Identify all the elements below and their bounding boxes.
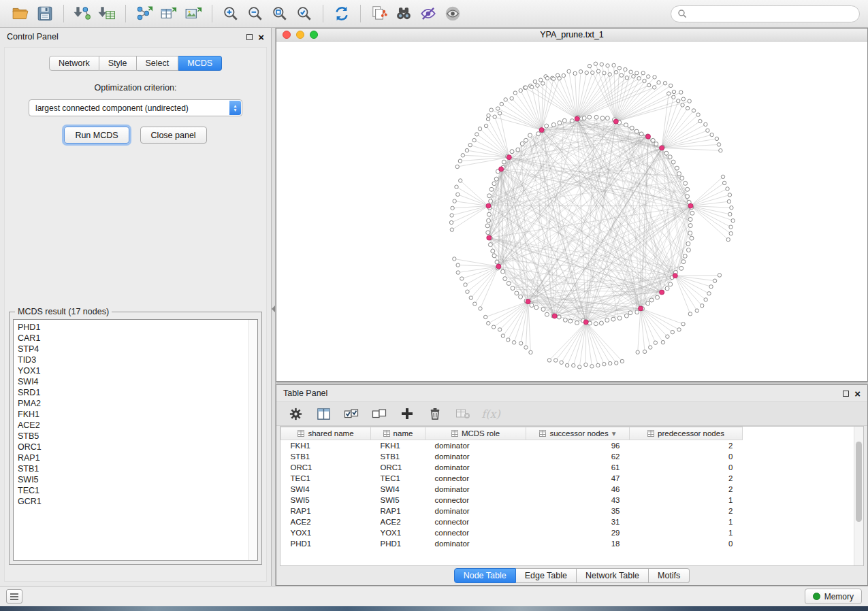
node-table: shared namenameMCDS rolesuccessor nodes▾… [280,427,743,549]
tab-mcds[interactable]: MCDS [178,56,222,71]
tab-style[interactable]: Style [99,56,137,71]
table-cell: 47 [526,473,630,484]
tab-node-table[interactable]: Node Table [454,568,516,583]
close-panel-button-2[interactable]: Close panel [140,127,207,144]
refresh-button[interactable] [329,3,354,24]
table-row[interactable]: STB1STB1dominator620 [281,451,743,462]
zoom-out-button[interactable] [243,3,268,24]
table-row[interactable]: ACE2ACE2connector311 [281,516,743,527]
search-binoculars-button[interactable] [391,3,416,24]
column-header-MCDS-role[interactable]: MCDS role [425,427,526,440]
import-network-from-file-button[interactable] [70,3,95,24]
table-cell: ACE2 [371,516,425,527]
memory-status-icon [813,593,820,600]
mcds-list-item[interactable]: SRD1 [18,387,248,398]
save-session-button[interactable] [33,3,57,24]
clone-network-button[interactable] [367,3,391,24]
mcds-list-item[interactable]: TID3 [18,354,248,365]
table-row[interactable]: YOX1YOX1connector291 [281,527,743,538]
mcds-list-item[interactable]: GCR1 [18,496,248,507]
mcds-list-item[interactable]: ACE2 [18,420,248,431]
mcds-list-item[interactable]: PMA2 [18,398,248,409]
network-window-title: YPA_prune.txt_1 [540,30,604,39]
column-header-name[interactable]: name [371,427,425,440]
panel-splitter[interactable] [272,28,276,586]
mcds-list-item[interactable]: STB5 [18,431,248,442]
close-panel-button[interactable]: × [258,32,264,42]
mcds-list-item[interactable]: CAR1 [18,333,248,344]
mcds-list-item[interactable]: SWI5 [18,474,248,485]
zoom-fit-button[interactable] [268,3,292,24]
table-row[interactable]: TEC1TEC1connector472 [281,473,743,484]
table-cell: 1 [630,516,743,527]
mcds-list-item[interactable]: RAP1 [18,452,248,463]
table-settings-button[interactable] [287,406,304,422]
eye-slash-icon [419,5,437,22]
open-session-button[interactable] [8,3,33,24]
table-row[interactable]: SWI5SWI5connector431 [281,495,743,506]
column-layout-button[interactable] [315,406,332,422]
mcds-list-item[interactable]: ORC1 [18,442,248,452]
mcds-list-item[interactable]: FKH1 [18,409,248,420]
network-canvas[interactable] [276,42,867,381]
search-box[interactable] [671,5,860,22]
close-table-panel-button[interactable]: × [854,389,861,399]
network-window-titlebar[interactable]: YPA_prune.txt_1 [276,29,867,42]
column-menu-icon[interactable]: ▾ [612,429,616,438]
splitter-collapse-icon[interactable] [272,306,275,312]
import-table-from-file-button[interactable] [95,3,119,24]
table-scrollbar-thumb[interactable] [856,442,862,522]
tab-edge-table[interactable]: Edge Table [516,568,577,583]
tab-network-table[interactable]: Network Table [577,568,649,583]
float-table-panel-button[interactable] [843,391,849,397]
table-cell: 0 [630,451,743,462]
table-cell: YOX1 [281,527,371,538]
mcds-list-item[interactable]: STP4 [18,344,248,354]
tab-network[interactable]: Network [49,56,99,71]
table-cell: TEC1 [281,473,371,484]
show-graphics-details-button[interactable] [440,3,465,24]
table-cell: 96 [526,440,630,451]
zoom-selected-button[interactable] [292,3,317,24]
table-row[interactable]: FKH1FKH1dominator962 [281,440,743,451]
mcds-list-item[interactable]: TEC1 [18,485,248,496]
memory-button[interactable]: Memory [805,589,862,604]
refresh-icon [333,5,351,22]
tab-motifs[interactable]: Motifs [649,568,690,583]
column-header-predecessor-nodes[interactable]: predecessor nodes [630,427,743,440]
table-row[interactable]: RAP1RAP1dominator352 [281,506,743,516]
table-row[interactable]: PHD1PHD1dominator180 [281,538,743,549]
column-header-successor-nodes[interactable]: successor nodes▾ [526,427,630,440]
mcds-list-item[interactable]: SWI4 [18,376,248,387]
mcds-list-item[interactable]: STB1 [18,463,248,474]
table-row[interactable]: ORC1ORC1dominator610 [281,462,743,473]
mcds-list-scrollbar[interactable] [248,320,257,560]
zoom-in-button[interactable] [219,3,243,24]
search-input[interactable] [691,9,853,18]
hide-graphics-details-button[interactable] [416,3,440,24]
mcds-list-item[interactable]: YOX1 [18,365,248,376]
table-scrollbar-track[interactable] [854,427,863,565]
export-table-button[interactable] [157,3,181,24]
minimize-window-button[interactable] [296,31,304,39]
status-menu-button[interactable] [6,589,22,604]
optimization-criterion-dropdown[interactable]: largest connected component (undirected)… [29,99,242,116]
run-mcds-button[interactable]: Run MCDS [64,127,129,144]
network-graph[interactable] [276,42,867,381]
export-image-button[interactable] [181,3,206,24]
delete-column-button[interactable] [427,406,443,422]
float-window-button[interactable] [246,34,253,40]
close-window-button[interactable] [283,31,291,39]
column-header-shared-name[interactable]: shared name [281,427,371,440]
select-all-columns-button[interactable] [343,406,359,422]
main-toolbar [0,0,868,28]
export-network-button[interactable] [132,3,157,24]
unselect-all-columns-button[interactable] [371,406,387,422]
export-table-icon [160,5,178,22]
create-column-button[interactable] [399,406,415,422]
table-cell: connector [425,495,526,506]
maximize-window-button[interactable] [310,31,318,39]
mcds-list-item[interactable]: PHD1 [18,322,248,333]
table-row[interactable]: SWI4SWI4dominator462 [281,484,743,495]
tab-select[interactable]: Select [137,56,179,71]
